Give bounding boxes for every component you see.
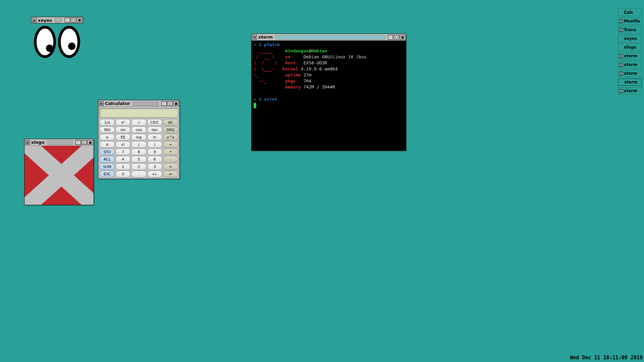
calc-button[interactable]: 1 bbox=[115, 163, 130, 170]
calc-button[interactable]: RCL bbox=[100, 156, 115, 163]
close-button[interactable]: ■ bbox=[173, 101, 179, 106]
taskbar-item[interactable]: xeyes bbox=[618, 35, 642, 42]
calc-button[interactable]: 1/x bbox=[100, 119, 115, 126]
calc-button[interactable]: CE/C bbox=[147, 119, 162, 126]
calc-button[interactable]: ) bbox=[147, 141, 162, 148]
close-button[interactable]: ■ bbox=[77, 18, 82, 22]
calc-button[interactable]: x² bbox=[115, 119, 130, 126]
prompt-path: ~ bbox=[254, 97, 256, 102]
menu-icon[interactable]: ▦ bbox=[32, 18, 37, 22]
titlebar-stripes bbox=[275, 35, 385, 40]
calc-button[interactable]: STO bbox=[100, 148, 115, 155]
calc-button[interactable]: INV bbox=[100, 126, 115, 133]
calc-button[interactable]: EE bbox=[115, 134, 130, 140]
taskbar-item[interactable]: xlogo bbox=[618, 44, 642, 51]
calc-button[interactable]: ( bbox=[131, 141, 146, 148]
maximize-button[interactable]: □ bbox=[394, 35, 399, 40]
calc-button[interactable]: ÷ bbox=[163, 141, 178, 148]
minimize-button[interactable]: · bbox=[75, 140, 81, 145]
xeyes-titlebar[interactable]: ▦ xeyes · □ ■ bbox=[31, 17, 83, 23]
calc-button[interactable]: ln bbox=[147, 134, 162, 140]
xlogo-window: ▦ xlogo · □ ■ bbox=[24, 139, 94, 205]
xterm-body[interactable]: ~ $ pfetch _____ mindaugas@debian / __ \… bbox=[252, 41, 406, 150]
maximize-button[interactable]: □ bbox=[167, 101, 173, 106]
taskbar-item[interactable]: xterm bbox=[618, 52, 642, 60]
calc-button[interactable]: = bbox=[163, 171, 178, 177]
task-icon bbox=[619, 19, 623, 23]
taskbar-item[interactable]: xterm bbox=[618, 61, 642, 68]
terminal-command: pfetch bbox=[264, 42, 280, 47]
titlebar-stripes bbox=[47, 140, 73, 145]
menu-icon[interactable]: ▦ bbox=[252, 35, 257, 40]
calc-button[interactable]: . bbox=[131, 171, 146, 177]
xlogo-body bbox=[24, 146, 94, 205]
taskbar-item[interactable]: xterm bbox=[618, 70, 642, 77]
calc-button[interactable]: SUM bbox=[100, 163, 115, 170]
eye-right bbox=[58, 26, 80, 58]
calc-button[interactable]: * bbox=[163, 148, 178, 155]
calc-button[interactable]: sin bbox=[115, 126, 130, 133]
calc-button[interactable]: +/- bbox=[147, 171, 162, 177]
minimize-button[interactable]: · bbox=[161, 101, 167, 106]
calc-button[interactable]: cos bbox=[131, 126, 146, 133]
calc-button[interactable]: 5 bbox=[131, 156, 146, 163]
calc-button[interactable]: 8 bbox=[131, 148, 146, 155]
close-button[interactable]: ■ bbox=[88, 140, 93, 145]
info-user: mindaugas bbox=[285, 48, 309, 53]
calc-button[interactable]: 7 bbox=[115, 148, 130, 155]
calc-button[interactable]: √ bbox=[131, 119, 146, 126]
task-icon bbox=[619, 28, 623, 32]
close-button[interactable]: ■ bbox=[400, 35, 405, 40]
taskbar-item[interactable]: Trans bbox=[618, 26, 642, 34]
calc-button[interactable]: tan bbox=[147, 126, 162, 133]
info-key: pkgs bbox=[285, 78, 296, 83]
menu-icon[interactable]: ▦ bbox=[25, 140, 30, 145]
calc-button[interactable]: 4 bbox=[115, 156, 130, 163]
calc-button[interactable]: y^x bbox=[163, 134, 178, 140]
calc-button[interactable]: 3 bbox=[147, 163, 162, 170]
info-host: debian bbox=[311, 48, 327, 53]
pupil-left bbox=[46, 45, 53, 52]
taskbar-label: xlogo bbox=[624, 45, 636, 50]
desktop-clock: Wed Dec 11 18:11:00 2019 bbox=[570, 355, 643, 361]
calculator-window: ▦ Calculator · □ ■ 1/xx²√CE/CACINVsincos… bbox=[98, 100, 180, 179]
calc-button[interactable]: EXC bbox=[100, 171, 115, 177]
calc-button[interactable]: e bbox=[100, 134, 115, 140]
calc-button[interactable]: - bbox=[163, 156, 178, 163]
taskbar-label: Trans bbox=[624, 27, 636, 32]
calc-button[interactable]: DRG bbox=[163, 126, 178, 133]
taskbar-item[interactable]: Calc bbox=[618, 9, 642, 16]
calc-button[interactable]: + bbox=[163, 163, 178, 170]
minimize-button[interactable]: · bbox=[65, 18, 70, 22]
minimize-button[interactable]: · bbox=[388, 35, 393, 40]
taskbar-item[interactable]: xterm bbox=[618, 87, 642, 95]
xterm-title: xterm bbox=[258, 35, 273, 40]
menu-icon[interactable]: ▦ bbox=[99, 101, 104, 106]
calc-button[interactable]: 6 bbox=[147, 156, 162, 163]
xterm-titlebar[interactable]: ▦ xterm · □ ■ bbox=[252, 34, 406, 41]
calc-button[interactable]: 2 bbox=[131, 163, 146, 170]
calculator-title: Calculator bbox=[105, 101, 130, 106]
taskbar-label: Calc bbox=[624, 10, 633, 15]
maximize-button[interactable]: □ bbox=[82, 140, 87, 145]
ascii-art-line: / __ \ bbox=[254, 54, 277, 59]
ascii-art-line: -_ bbox=[254, 72, 277, 77]
ascii-art-line: _____ bbox=[254, 48, 277, 53]
info-value: EX58-UD3R bbox=[304, 60, 327, 65]
calc-button[interactable]: AC bbox=[163, 119, 178, 126]
eye-left bbox=[34, 26, 56, 58]
xlogo-titlebar[interactable]: ▦ xlogo · □ ■ bbox=[24, 139, 94, 146]
calculator-titlebar[interactable]: ▦ Calculator · □ ■ bbox=[98, 100, 179, 107]
calc-button[interactable]: log bbox=[131, 134, 146, 140]
taskbar-item[interactable]: Mozilla bbox=[618, 17, 642, 25]
info-value: 4.19.0-6-amd64 bbox=[301, 66, 338, 71]
info-key: memory bbox=[285, 84, 301, 89]
prompt-symbol: $ bbox=[259, 97, 262, 102]
calc-button[interactable]: 0 bbox=[115, 171, 130, 177]
calc-button[interactable]: π bbox=[100, 141, 115, 148]
taskbar-item[interactable]: xterm bbox=[618, 78, 642, 86]
calc-button[interactable]: x! bbox=[115, 141, 130, 148]
info-key: os bbox=[285, 54, 290, 59]
maximize-button[interactable]: □ bbox=[71, 18, 76, 22]
calc-button[interactable]: 9 bbox=[147, 148, 162, 155]
